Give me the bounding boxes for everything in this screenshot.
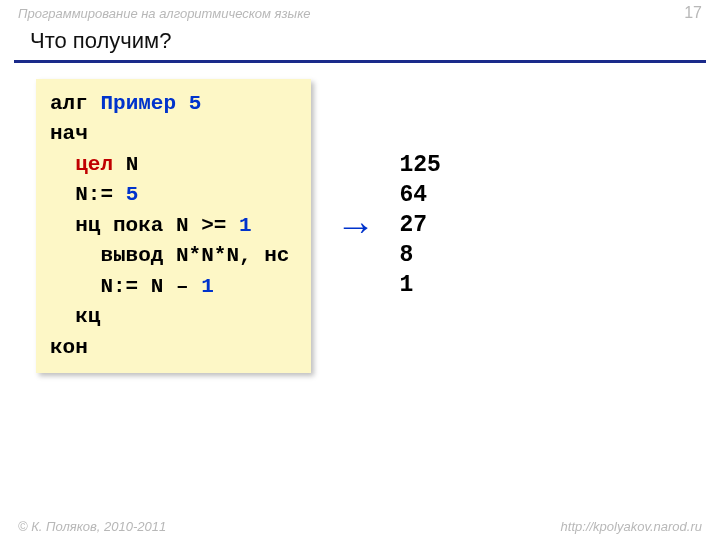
code-type: цел — [50, 153, 126, 176]
code-kw: нач — [50, 122, 88, 145]
code-num: 5 — [126, 183, 139, 206]
footer: © К. Поляков, 2010-2011 http://kpolyakov… — [0, 519, 720, 534]
content-area: алг Пример 5 нач цел N N:= 5 нц пока N >… — [0, 79, 720, 373]
code-kw: алг — [50, 92, 100, 115]
code-text: N:= N – — [50, 275, 201, 298]
code-kw: кон — [50, 336, 88, 359]
footer-url: http://kpolyakov.narod.ru — [561, 519, 702, 534]
title-rule — [14, 60, 706, 63]
code-box: алг Пример 5 нач цел N N:= 5 нц пока N >… — [36, 79, 311, 373]
code-text: кц — [50, 305, 100, 328]
page-title: Что получим? — [0, 24, 720, 60]
page-number: 17 — [684, 4, 702, 22]
arrow-icon: → — [335, 206, 375, 246]
code-text: N:= — [50, 183, 126, 206]
topic-label: Программирование на алгоритмическом язык… — [18, 6, 311, 21]
code-text: N — [126, 153, 139, 176]
code-text: вывод N*N*N, нс — [50, 244, 289, 267]
program-output: 125 64 27 8 1 — [399, 151, 440, 300]
code-text: нц пока N >= — [50, 214, 239, 237]
header-bar: Программирование на алгоритмическом язык… — [0, 0, 720, 24]
code-num: 1 — [201, 275, 214, 298]
copyright: © К. Поляков, 2010-2011 — [18, 519, 166, 534]
code-name: Пример 5 — [100, 92, 201, 115]
code-num: 1 — [239, 214, 252, 237]
